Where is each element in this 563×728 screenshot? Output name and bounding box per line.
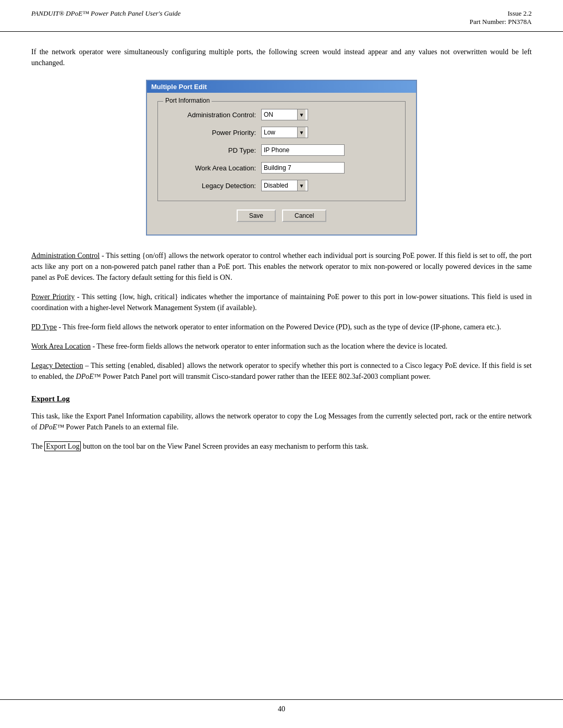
admin-control-select[interactable]: ON ▼	[261, 109, 308, 120]
power-priority-desc: Power Priority - This setting {low, high…	[31, 291, 532, 313]
header-part-number: Part Number: PN378A	[470, 18, 532, 26]
legacy-detection-row: Legacy Detection: Disabled ▼	[167, 180, 396, 191]
admin-control-term: Administration Control	[31, 252, 100, 260]
pd-type-row: PD Type:	[167, 144, 396, 156]
intro-paragraph: If the network operator were simultaneou…	[31, 46, 532, 68]
multiple-port-edit-dialog: Multiple Port Edit Port Information Admi…	[146, 80, 417, 236]
pd-type-desc: PD Type - This free-form field allows th…	[31, 322, 532, 332]
export-log-dpoe-italic: DPoE	[39, 423, 57, 431]
power-priority-row: Power Priority: Low ▼	[167, 127, 396, 138]
work-area-location-term: Work Area Location	[31, 342, 91, 350]
save-button[interactable]: Save	[237, 209, 276, 222]
port-information-group: Port Information Administration Control:…	[157, 101, 406, 201]
export-log-para1-end: ™ Power Patch Panels to an external file…	[57, 423, 178, 431]
power-priority-term: Power Priority	[31, 293, 75, 301]
power-priority-arrow-icon[interactable]: ▼	[297, 127, 305, 138]
export-log-para2-end: button on the tool bar on the View Panel…	[81, 442, 368, 450]
dialog-titlebar: Multiple Port Edit	[147, 81, 416, 93]
admin-control-label: Administration Control:	[167, 111, 261, 119]
group-box-label: Port Information	[163, 97, 212, 104]
header-title: PANDUIT® DPoE™ Power Patch Panel User's …	[31, 9, 181, 17]
legacy-detection-label: Legacy Detection:	[167, 182, 261, 190]
dpoe-italic: DPoE	[76, 373, 94, 380]
work-area-location-desc-text: - These free-form fields allows the netw…	[92, 342, 447, 350]
legacy-detection-desc-text2: ™ Power Patch Panel port will transmit C…	[94, 373, 431, 380]
power-priority-desc-text: - This setting {low, high, critical} ind…	[31, 293, 532, 312]
header-issue: Issue 2.2	[470, 9, 532, 18]
work-area-location-row: Work Area Location:	[167, 162, 396, 174]
export-log-inline-button: Export Log	[44, 441, 81, 451]
footer: 40	[0, 699, 563, 713]
legacy-detection-arrow-icon[interactable]: ▼	[297, 180, 305, 191]
legacy-detection-term: Legacy Detection	[31, 362, 83, 369]
header-left: PANDUIT® DPoE™ Power Patch Panel User's …	[31, 9, 181, 18]
pd-type-label: PD Type:	[167, 146, 261, 154]
power-priority-value: Low	[264, 129, 297, 136]
dialog-wrapper: Multiple Port Edit Port Information Admi…	[31, 80, 532, 236]
legacy-detection-select[interactable]: Disabled ▼	[261, 180, 308, 191]
dialog-buttons: Save Cancel	[157, 209, 406, 226]
pd-type-term: PD Type	[31, 323, 57, 331]
header: PANDUIT® DPoE™ Power Patch Panel User's …	[0, 0, 563, 32]
dialog-body: Port Information Administration Control:…	[147, 93, 416, 235]
admin-control-desc-text: - This setting {on/off} allows the netwo…	[31, 252, 532, 281]
content: If the network operator were simultaneou…	[0, 32, 563, 481]
pd-type-desc-text: - This free-form field allows the networ…	[58, 323, 501, 331]
legacy-detection-desc: Legacy Detection – This setting {enabled…	[31, 360, 532, 382]
cancel-button[interactable]: Cancel	[282, 209, 326, 222]
legacy-detection-value: Disabled	[264, 182, 297, 189]
export-log-heading: Export Log	[31, 394, 532, 403]
work-area-location-label: Work Area Location:	[167, 164, 261, 172]
page-number: 40	[278, 705, 285, 713]
work-area-location-input[interactable]	[261, 162, 345, 174]
admin-control-value: ON	[264, 111, 297, 118]
header-right: Issue 2.2 Part Number: PN378A	[470, 9, 532, 26]
power-priority-select[interactable]: Low ▼	[261, 127, 308, 138]
admin-control-arrow-icon[interactable]: ▼	[297, 109, 305, 120]
page: PANDUIT® DPoE™ Power Patch Panel User's …	[0, 0, 563, 728]
admin-control-row: Administration Control: ON ▼	[167, 109, 396, 120]
pd-type-input[interactable]	[261, 144, 345, 156]
admin-control-desc: Administration Control - This setting {o…	[31, 250, 532, 283]
work-area-location-desc: Work Area Location - These free-form fie…	[31, 341, 532, 352]
export-log-para1: This task, like the Export Panel Informa…	[31, 411, 532, 433]
export-log-para2: The Export Log button on the tool bar on…	[31, 441, 532, 452]
export-log-para2-start: The	[31, 442, 44, 450]
power-priority-label: Power Priority:	[167, 129, 261, 137]
